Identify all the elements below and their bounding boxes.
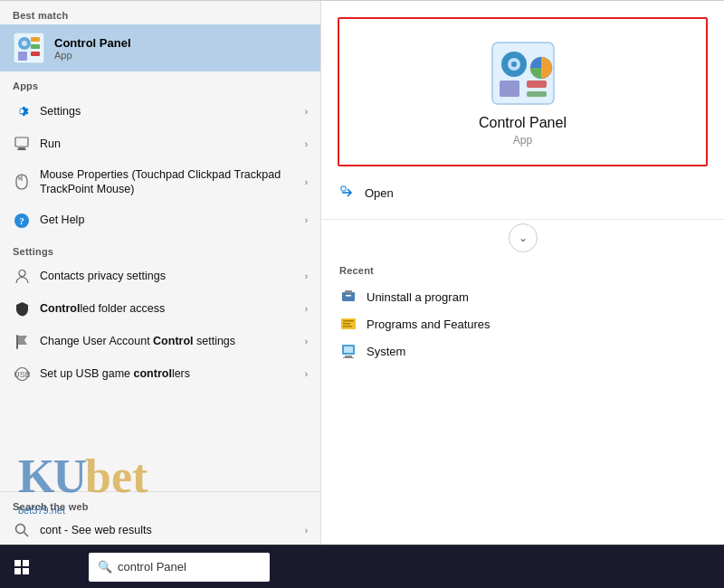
svg-rect-30: [342, 292, 355, 301]
svg-rect-16: [16, 335, 18, 349]
menu-item-get-help[interactable]: ? Get Help ›: [0, 204, 320, 237]
svg-rect-7: [15, 138, 28, 147]
recent-item-system[interactable]: System: [339, 337, 706, 365]
taskbar-search-text: control Panel: [118, 560, 186, 574]
svg-rect-9: [17, 149, 26, 150]
mouse-props-label: Mouse Properties (Touchpad Clickpad Trac…: [40, 167, 296, 197]
usb-label: Set up USB game controllers: [40, 366, 296, 381]
svg-rect-3: [31, 37, 40, 42]
menu-item-controlled-folder[interactable]: Controlled folder access ›: [0, 293, 320, 326]
taskbar: 🔍 control Panel: [0, 545, 724, 588]
programs-icon: [339, 315, 357, 333]
right-actions: Open: [321, 166, 724, 220]
uninstall-label: Uninstall a program: [367, 290, 469, 304]
search-web-section: Search the web cont - See web results ›: [0, 491, 320, 545]
uac-label: Change User Account Control settings: [40, 334, 296, 348]
svg-rect-44: [23, 568, 29, 574]
app-preview: Control Panel App: [338, 17, 708, 166]
svg-point-19: [16, 525, 25, 534]
open-action[interactable]: Open: [339, 179, 706, 206]
chevron-icon: ›: [305, 526, 308, 536]
svg-rect-38: [345, 356, 352, 357]
svg-rect-8: [18, 147, 25, 149]
svg-rect-41: [14, 560, 21, 566]
run-icon: [13, 135, 31, 153]
chevron-icon: ›: [305, 271, 308, 281]
menu-item-run[interactable]: Run ›: [0, 128, 320, 160]
svg-rect-36: [343, 326, 352, 327]
chevron-icon: ›: [305, 304, 308, 314]
svg-rect-26: [500, 81, 519, 97]
open-icon: [339, 185, 356, 201]
chevron-icon: ›: [305, 177, 308, 187]
shield-icon: [13, 300, 31, 318]
system-icon: [339, 342, 357, 360]
menu-item-uac[interactable]: Change User Account Control settings ›: [0, 326, 320, 358]
recent-item-uninstall[interactable]: Uninstall a program: [339, 283, 706, 310]
best-match-label: Best match: [0, 1, 320, 24]
best-match-title: Control Panel: [54, 36, 131, 50]
chevron-icon: ›: [305, 139, 308, 149]
control-panel-icon-small: [13, 32, 45, 64]
person-icon: [13, 268, 31, 286]
svg-point-15: [19, 270, 25, 277]
chevron-icon: ›: [305, 337, 308, 346]
gear-icon: [13, 102, 31, 120]
menu-item-mouse[interactable]: Mouse Properties (Touchpad Clickpad Trac…: [0, 160, 320, 204]
svg-rect-28: [527, 91, 547, 97]
svg-text:USB: USB: [14, 370, 30, 379]
system-label: System: [367, 345, 405, 358]
best-match-text: Control Panel App: [54, 36, 131, 61]
contacts-label: Contacts privacy settings: [40, 269, 296, 283]
recent-item-programs[interactable]: Programs and Features: [339, 310, 706, 337]
svg-rect-29: [341, 186, 346, 191]
chevron-icon: ›: [305, 215, 308, 225]
recent-label: Recent: [339, 265, 706, 276]
menu-item-settings[interactable]: Settings ›: [0, 95, 320, 128]
search-web-item[interactable]: cont - See web results ›: [0, 516, 320, 545]
svg-rect-6: [18, 52, 27, 61]
expand-button[interactable]: ⌄: [509, 223, 538, 252]
svg-rect-39: [343, 357, 354, 358]
usb-icon: USB: [13, 365, 31, 384]
start-button[interactable]: [0, 545, 43, 589]
control-panel-icon-large: [491, 41, 556, 106]
chevron-icon: ›: [305, 107, 308, 117]
svg-rect-4: [31, 44, 40, 49]
programs-label: Programs and Features: [367, 318, 491, 331]
help-icon: ?: [13, 212, 31, 230]
svg-rect-35: [343, 323, 350, 325]
svg-rect-32: [346, 295, 351, 297]
right-panel: Control Panel App Open ⌄ Recent: [321, 1, 724, 545]
left-panel: Best match Control Panel App Ap: [0, 1, 321, 545]
app-preview-subtitle: App: [513, 134, 532, 147]
svg-text:?: ?: [19, 215, 24, 226]
flag-icon: [13, 333, 31, 351]
svg-rect-5: [31, 52, 40, 56]
controlled-folder-label: Controlled folder access: [40, 301, 296, 316]
settings-section-label: Settings: [0, 237, 320, 261]
svg-rect-43: [14, 568, 21, 574]
menu-item-contacts[interactable]: Contacts privacy settings ›: [0, 261, 320, 293]
svg-rect-31: [345, 290, 352, 293]
search-web-icon: [13, 521, 31, 539]
settings-label: Settings: [40, 104, 296, 119]
taskbar-search-box[interactable]: 🔍 control Panel: [89, 553, 270, 582]
menu-item-usb[interactable]: USB Set up USB game controllers ›: [0, 358, 320, 391]
best-match-item[interactable]: Control Panel App: [0, 24, 320, 71]
best-match-subtitle: App: [54, 50, 131, 61]
svg-rect-42: [23, 560, 29, 566]
mouse-icon: [13, 173, 31, 191]
svg-rect-34: [343, 320, 354, 322]
svg-rect-27: [527, 81, 547, 88]
search-web-query: cont - See web results: [40, 523, 296, 537]
chevron-icon: ›: [305, 369, 308, 379]
svg-point-2: [22, 41, 27, 46]
svg-point-24: [511, 62, 517, 67]
svg-rect-40: [344, 346, 353, 353]
svg-line-20: [24, 533, 29, 537]
app-preview-title: Control Panel: [479, 115, 567, 131]
get-help-label: Get Help: [40, 213, 296, 227]
start-menu: Best match Control Panel App Ap: [0, 0, 724, 545]
recent-section: Recent Uninstall a program: [321, 256, 724, 374]
